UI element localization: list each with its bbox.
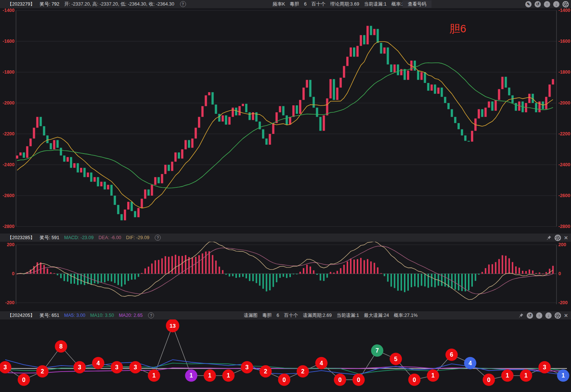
- probability-label: 概率:27.1%: [394, 312, 418, 319]
- omission-panel: 30283433113111320240075016401131: [0, 319, 571, 392]
- dea-value: DEA: -6.00: [99, 235, 121, 240]
- svg-text:6: 6: [450, 351, 453, 358]
- svg-text:-2000: -2000: [3, 100, 15, 106]
- svg-text:0: 0: [12, 271, 15, 276]
- svg-text:3: 3: [4, 364, 7, 370]
- svg-text:0: 0: [413, 377, 416, 383]
- scroll-up-icon[interactable]: ↑: [544, 1, 550, 7]
- help-icon[interactable]: ?: [148, 312, 154, 318]
- macd-canvas[interactable]: 20020000-200-200: [0, 242, 571, 311]
- svg-text:-2000: -2000: [558, 100, 570, 106]
- svg-text:-2400: -2400: [558, 162, 570, 167]
- svg-text:3: 3: [134, 364, 137, 370]
- svg-text:1: 1: [432, 372, 435, 379]
- svg-text:0: 0: [339, 377, 342, 383]
- ohlc-values: 开: -2337.20, 高: -2337.20, 低: -2364.30, 收…: [64, 1, 174, 7]
- svg-text:1: 1: [153, 372, 156, 379]
- digits-label: 百十个: [311, 1, 325, 7]
- scroll-down-icon[interactable]: ↓: [553, 1, 559, 7]
- scroll-down-icon[interactable]: ↓: [545, 312, 552, 319]
- svg-text:5: 5: [394, 356, 398, 362]
- svg-text:-1600: -1600: [558, 39, 570, 44]
- svg-text:2: 2: [301, 368, 305, 375]
- omission-settings-readout: 遗漏图 毒胆 6 百十个 遗漏周期:2.69 当前遗漏:1 最大遗漏:24 概率…: [244, 312, 418, 319]
- svg-text:-1400: -1400: [558, 8, 570, 13]
- issue-number: 【2023279】: [7, 1, 35, 7]
- help-icon[interactable]: ?: [180, 1, 186, 7]
- svg-text:-2600: -2600: [3, 193, 15, 198]
- cycle-label: 理论周期:3.69: [330, 1, 359, 7]
- gear-icon: [562, 1, 569, 7]
- pin-icon[interactable]: [546, 235, 552, 241]
- edit-icon[interactable]: ✎: [525, 1, 532, 7]
- svg-text:200: 200: [558, 242, 566, 247]
- svg-text:3: 3: [543, 364, 546, 370]
- svg-text:1: 1: [208, 372, 212, 379]
- svg-text:0: 0: [487, 377, 491, 383]
- dan-number: 6: [304, 1, 307, 7]
- macd-header: 【2023285】 奖号: 591 MACD: -23.09 DEA: -6.0…: [0, 234, 571, 242]
- omission-canvas[interactable]: 30283433113111320240075016401131: [0, 319, 571, 392]
- svg-text:-2800: -2800: [3, 224, 15, 229]
- omission-header: 【2024205】 奖号: 651 MA5: 3.00 MA10: 3.50 M…: [0, 311, 571, 319]
- undo-icon[interactable]: ↺: [527, 312, 533, 319]
- award-number: 奖号: 792: [40, 1, 60, 7]
- close-icon[interactable]: ✕: [564, 313, 568, 318]
- pin-icon[interactable]: [518, 313, 524, 318]
- top-toolbar: 【2023279】 奖号: 792 开: -2337.20, 高: -2337.…: [0, 0, 571, 8]
- svg-text:0: 0: [283, 377, 286, 383]
- current-miss-label: 当前遗漏:1: [364, 1, 386, 7]
- kline-canvas[interactable]: -1400-1400-1600-1600-1800-1800-2000-2000…: [0, 8, 571, 234]
- svg-text:200: 200: [7, 242, 15, 247]
- dan-number: 6: [277, 313, 279, 318]
- dan-label: 毒胆: [263, 312, 272, 319]
- svg-text:-2200: -2200: [558, 131, 570, 136]
- svg-text:0: 0: [22, 377, 26, 383]
- svg-text:4: 4: [320, 360, 323, 366]
- svg-text:1: 1: [562, 372, 565, 379]
- svg-text:7: 7: [376, 347, 379, 354]
- svg-text:-2800: -2800: [558, 224, 570, 229]
- top-toolbar-icons: ✎ ↺ ↑ ↓: [525, 1, 569, 7]
- settings-icon[interactable]: [555, 312, 561, 319]
- svg-text:0: 0: [357, 377, 360, 383]
- svg-text:1: 1: [506, 372, 509, 379]
- undo-icon[interactable]: ↺: [535, 1, 541, 7]
- freq-label: 频率K: [273, 1, 285, 7]
- svg-text:-1400: -1400: [3, 8, 15, 13]
- svg-text:-2400: -2400: [3, 162, 15, 167]
- svg-text:-2600: -2600: [558, 193, 570, 198]
- settings-icon[interactable]: [562, 1, 569, 7]
- close-icon[interactable]: ✕: [564, 235, 568, 241]
- svg-text:8: 8: [60, 343, 63, 350]
- kline-panel: -1400-1400-1600-1600-1800-1800-2000-2000…: [0, 8, 571, 234]
- macd-readout: 【2023285】 奖号: 591 MACD: -23.09 DEA: -6.0…: [0, 235, 161, 241]
- svg-text:3: 3: [115, 364, 119, 370]
- svg-text:4: 4: [97, 360, 100, 366]
- omission-header-icons: ↺ ↑ ↓ ✕: [518, 312, 568, 319]
- svg-text:-1800: -1800: [558, 70, 570, 75]
- cycle-label: 遗漏周期:2.69: [303, 312, 332, 319]
- dan-label: 毒胆: [290, 1, 299, 7]
- dan-annotation: 胆6: [449, 22, 466, 36]
- view-numbers-button[interactable]: 查看号码: [402, 0, 432, 8]
- settings-icon[interactable]: [555, 235, 561, 241]
- help-icon[interactable]: ?: [155, 235, 161, 241]
- svg-text:3: 3: [78, 364, 81, 370]
- ma10-value: MA10: 3.50: [90, 313, 114, 318]
- scroll-up-icon[interactable]: ↑: [536, 312, 542, 319]
- issue-number: 【2023285】: [7, 235, 35, 241]
- kline-readout: 【2023279】 奖号: 792 开: -2337.20, 高: -2337.…: [0, 1, 186, 7]
- svg-text:4: 4: [469, 360, 472, 366]
- svg-text:-200: -200: [558, 300, 568, 305]
- svg-text:1: 1: [190, 372, 193, 379]
- svg-text:2: 2: [41, 368, 44, 375]
- svg-text:1: 1: [227, 372, 230, 379]
- svg-text:-1800: -1800: [3, 70, 15, 75]
- digits-label: 百十个: [284, 312, 298, 319]
- issue-number: 【2024205】: [7, 312, 35, 319]
- lottery-analysis-window: 【2023279】 奖号: 792 开: -2337.20, 高: -2337.…: [0, 0, 571, 392]
- omission-readout: 【2024205】 奖号: 651 MA5: 3.00 MA10: 3.50 M…: [0, 312, 154, 319]
- svg-text:1: 1: [525, 372, 528, 379]
- chart-name: 遗漏图: [244, 312, 258, 319]
